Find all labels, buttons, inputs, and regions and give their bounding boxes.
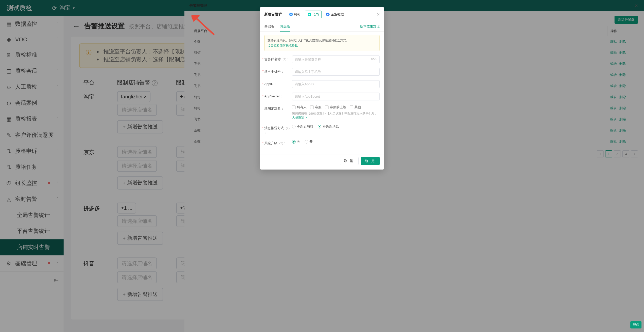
- dd-icon: ◉: [289, 13, 293, 16]
- tip-text: 支持发送消息、@部分人群内处理告警及修改消息推送方式。: [268, 39, 349, 42]
- label-group-name: 告警群名称: [264, 57, 281, 61]
- modal-title: 新建告警群: [264, 12, 282, 17]
- risk-radio[interactable]: 开: [305, 140, 313, 144]
- radio-label: 更新原消息: [297, 124, 313, 129]
- radio-label: 开: [309, 140, 313, 144]
- target-checkbox[interactable]: 其他: [350, 105, 361, 109]
- target-checkbox[interactable]: 客服的上级: [325, 105, 346, 109]
- version-compare-link[interactable]: 版本效果对比: [360, 24, 380, 29]
- checkbox-icon: [325, 105, 329, 109]
- risk-radio[interactable]: 关: [292, 140, 300, 144]
- target-checkbox[interactable]: 客服: [310, 105, 321, 109]
- tracking-button[interactable]: 埋点: [630, 321, 641, 328]
- tab-basic[interactable]: 基础版: [264, 22, 274, 31]
- label-owner-phone: 群主手机号: [264, 70, 281, 73]
- confirm-button[interactable]: 确 定: [361, 157, 380, 165]
- radio-label: 推送新消息: [323, 124, 339, 129]
- tab-upgrade[interactable]: 升级版: [280, 22, 290, 31]
- tip-box: 支持发送消息、@部分人群内处理告警及修改消息推送方式。 点击查看如何获取参数: [264, 35, 380, 51]
- label-appsecret: AppSecret: [264, 94, 280, 98]
- label-appid: AppID: [264, 82, 273, 86]
- label-push-mode: 消息推送方式: [264, 126, 284, 130]
- personnel-settings-link[interactable]: 人员设置 >: [292, 116, 307, 119]
- checkbox-label: 所有人: [297, 105, 307, 109]
- group-name-input[interactable]: [292, 56, 380, 63]
- target-checkbox[interactable]: 所有人: [292, 105, 307, 109]
- checkbox-icon: [310, 105, 314, 109]
- checkbox-label: 客服的上级: [330, 105, 346, 109]
- owner-phone-input[interactable]: [292, 68, 380, 76]
- radio-label: 关: [297, 140, 300, 144]
- appid-input[interactable]: [292, 80, 380, 88]
- platform-option-dd[interactable]: ◉钉钉: [286, 11, 303, 18]
- appsecret-input[interactable]: [292, 93, 380, 100]
- push-radio[interactable]: 推送新消息: [318, 124, 339, 129]
- help-icon[interactable]: ?: [279, 142, 283, 145]
- cancel-button[interactable]: 取 消: [340, 157, 359, 165]
- help-icon[interactable]: ?: [283, 58, 286, 61]
- push-radio[interactable]: 更新原消息: [292, 124, 313, 129]
- help-icon[interactable]: ?: [286, 127, 289, 130]
- wx-icon: ◉: [326, 13, 330, 16]
- radio-icon: [292, 125, 296, 128]
- checkbox-icon: [292, 105, 296, 109]
- checkbox-label: 其他: [355, 105, 361, 109]
- modal-close-button[interactable]: ×: [377, 12, 380, 17]
- fs-icon: ◉: [308, 13, 311, 16]
- radio-icon: [292, 140, 296, 144]
- char-count: 0/20: [371, 57, 377, 61]
- target-hint: 需要提前在【基础设置】-【人员设置】中配置指定人的手机号。: [292, 112, 378, 115]
- new-alarm-group-modal: 新建告警群 ◉钉钉◉飞书◉企业微信 × 基础版 升级版 版本效果对比 支持发送消…: [260, 7, 384, 170]
- param-help-link[interactable]: 点击查看如何获取参数: [268, 44, 298, 47]
- checkbox-icon: [350, 105, 353, 109]
- platform-option-fs[interactable]: ◉飞书: [305, 11, 322, 18]
- checkbox-label: 客服: [315, 105, 321, 109]
- radio-icon: [305, 140, 308, 144]
- radio-icon: [318, 125, 321, 128]
- platform-option-label: 钉钉: [294, 12, 301, 17]
- platform-option-wx[interactable]: ◉企业微信: [323, 11, 347, 18]
- platform-option-label: 企业微信: [331, 12, 344, 17]
- platform-option-label: 飞书: [312, 12, 319, 17]
- label-target: 群圈定对象: [264, 107, 281, 110]
- label-risk-escalation: 风险升级: [264, 141, 277, 145]
